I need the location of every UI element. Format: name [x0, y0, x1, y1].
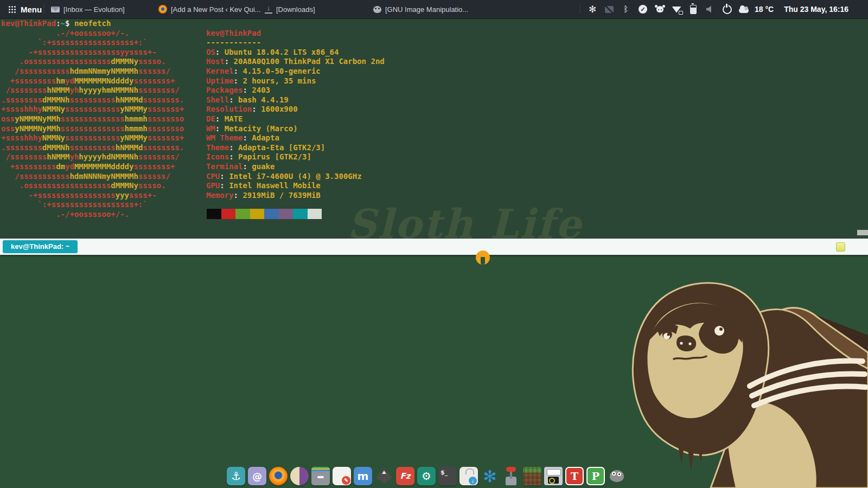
dock-item-software-bag-icon[interactable]: ↓	[459, 467, 478, 485]
info-row: Uptime: 2 hours, 35 mins	[206, 76, 385, 86]
guake-tab-bar: kev@ThinkPad: ~	[0, 239, 868, 255]
terminal-scrollbar[interactable]	[857, 230, 868, 235]
power-icon[interactable]	[721, 3, 733, 16]
dock-item-filezilla-icon[interactable]: Fz	[396, 467, 414, 485]
ascii-line: /sssssssshNMMMyhhyyyyhmNMMMNhssssssss/	[1, 86, 184, 95]
info-row: GPU: Intel Haswell Mobile	[206, 181, 385, 191]
info-row: Resolution: 868x488	[206, 105, 385, 114]
terminal-glyph: $_	[441, 469, 448, 476]
ascii-line: `:+ssssssssssssssssss+:`	[1, 200, 184, 210]
ascii-line: /ssssssssssshdmmNNmmyNMMMMhssssss/	[1, 67, 184, 76]
ascii-line: +sssshhhyNMMNyssssssssssssyNMMMysssssss+	[1, 133, 184, 143]
dock-item-inkscape-icon[interactable]	[375, 467, 393, 485]
dock-item-gimp-icon[interactable]	[608, 467, 626, 485]
info-row: DE: MATE	[206, 114, 385, 124]
ascii-line: -+ssssssssssssssssssyyssss+-	[1, 48, 184, 57]
dock-item-file-archiver-icon[interactable]	[311, 467, 330, 485]
palette-swatch	[308, 209, 322, 219]
guake-terminal[interactable]: kev@ThinkPad:~$ neofetch .-/+oossssoo+/-…	[0, 18, 868, 239]
firefox-icon	[158, 5, 167, 14]
window-button-evolution[interactable]: [Inbox — Evolution]	[48, 0, 128, 18]
email-glyph: @	[252, 471, 262, 482]
anchor-glyph: ⚓	[231, 470, 241, 483]
dock: ⚓@✎mFz⚙$_↓✻TP	[227, 467, 626, 485]
menu-button[interactable]: Menu	[4, 0, 46, 18]
weather-icon[interactable]	[738, 3, 750, 16]
shutter-icon[interactable]: ✻	[586, 3, 598, 16]
desktop: { "panel": { "menu_label": "Menu", "wind…	[0, 0, 868, 488]
ascii-line: .ossssssssssssssssssdMMMNysssso.	[1, 181, 184, 191]
sloth-illustration	[629, 271, 868, 488]
dock-item-email-icon[interactable]: @	[248, 467, 266, 485]
shell-prompt: kev@ThinkPad:~$ neofetch	[1, 19, 111, 29]
window-button-firefox[interactable]: [Add a New Post ‹ Kev Qui...	[155, 0, 264, 18]
info-title: kev@ThinkPad	[206, 29, 385, 38]
dock-item-text-editor-icon[interactable]: ✎	[333, 467, 351, 485]
neofetch-ascii-logo: .-/+oossssoo+/-. `:+ssssssssssssssssss+:…	[1, 29, 184, 220]
ascii-line: .-/+oossssoo+/-.	[1, 29, 184, 38]
shutter-glyph: ✻	[483, 467, 496, 486]
menu-grid-icon	[9, 6, 16, 13]
window-button-download[interactable]: ↓[Downloads]	[261, 0, 318, 18]
dock-item-typora-t-icon[interactable]: T	[565, 467, 584, 485]
dock-item-keyring-icon[interactable]	[544, 467, 563, 485]
gimp-icon	[373, 6, 381, 13]
menu-label: Menu	[21, 5, 42, 14]
dock-item-p-green-icon[interactable]: P	[586, 467, 605, 485]
monkey-icon[interactable]	[654, 3, 666, 16]
ascii-line: .ssssssssdMMMNhsssssssssshNMMMdssssssss.	[1, 143, 184, 153]
dock-item-tweaks-icon[interactable]: ⚙	[417, 467, 436, 485]
updates-icon[interactable]: ✓	[637, 3, 649, 16]
info-row: Kernel: 4.15.0-50-generic	[206, 67, 385, 76]
window-button-label: [Downloads]	[276, 5, 315, 14]
ascii-line: ossyNMMMNyMMhsssssssssssssshmmmhssssssso	[1, 124, 184, 134]
dock-item-minecraft-icon[interactable]	[523, 467, 541, 485]
tweaks-glyph: ⚙	[422, 470, 431, 483]
palette-swatch	[264, 209, 279, 219]
ascii-line: +sssssssssdmydMMMMMMMMddddyssssssss+	[1, 162, 184, 172]
dock-item-anchor-icon[interactable]: ⚓	[227, 467, 245, 485]
wifi-icon[interactable]	[671, 3, 682, 16]
top-panel: Menu [Inbox — Evolution][Add a New Post …	[0, 0, 868, 18]
privacy-icon[interactable]	[603, 3, 615, 16]
dock-item-lollypop-icon[interactable]	[290, 467, 309, 485]
ascii-line: /ssssssssssshdmNNNNmyNMMMMhssssss/	[1, 172, 184, 182]
dock-item-terminal-icon[interactable]: $_	[438, 467, 457, 485]
info-row: Icons: Papirus [GTK2/3]	[206, 152, 385, 162]
ascii-line: /sssssssshNMMMyhhyyyyhdNMMMNhssssssss/	[1, 152, 184, 162]
info-row: Theme: Adapta-Eta [GTK2/3]	[206, 143, 385, 153]
terminal-tab[interactable]: kev@ThinkPad: ~	[3, 240, 78, 253]
system-tray: ✻ᛒ✓ 18 °C Thu 23 May, 16:16	[580, 0, 848, 18]
dock-item-joystick-icon[interactable]	[502, 467, 520, 485]
window-button-label: [Inbox — Evolution]	[63, 5, 125, 14]
terminal-color-palette	[207, 209, 322, 219]
palette-swatch	[293, 209, 308, 219]
ascii-line: ossyNMMMNyMMhsssssssssssssshmmmhssssssso	[1, 114, 184, 124]
clock[interactable]: Thu 23 May, 16:16	[784, 5, 848, 14]
window-button-label: [Add a New Post ‹ Kev Qui...	[171, 5, 260, 14]
temperature-indicator[interactable]: 18 °C	[755, 5, 774, 14]
info-row: WM: Metacity (Marco)	[206, 124, 385, 134]
volume-icon[interactable]	[704, 3, 716, 16]
notes-icon[interactable]	[836, 242, 845, 252]
battery-icon[interactable]	[687, 3, 699, 16]
info-row: Memory: 2919MiB / 7639MiB	[206, 191, 385, 201]
download-icon: ↓	[265, 5, 272, 14]
info-row: Packages: 2403	[206, 86, 385, 95]
tray-separator	[580, 5, 580, 14]
handle-notch	[481, 257, 485, 265]
palette-swatch	[279, 209, 293, 219]
dock-item-shutter-icon[interactable]: ✻	[481, 467, 499, 485]
ascii-line: +sssshhhyNMMNyssssssssssssyNMMMysssssss+	[1, 105, 184, 114]
p-green-glyph: P	[592, 470, 599, 482]
ascii-line: .ssssssssdMMMNhsssssssssshNMMMdssssssss.	[1, 95, 184, 105]
bluetooth-icon[interactable]: ᛒ	[620, 3, 632, 16]
guake-handle-icon[interactable]	[476, 251, 490, 265]
info-row: WM Theme: Adapta	[206, 133, 385, 143]
palette-swatch	[235, 209, 250, 219]
dock-item-mastodon-icon[interactable]: m	[354, 467, 372, 485]
window-button-label: [GNU Image Manipulatio...	[385, 5, 468, 14]
window-button-gimp[interactable]: [GNU Image Manipulatio...	[370, 0, 471, 18]
panel-separator	[43, 4, 44, 14]
dock-item-firefox-icon[interactable]	[269, 467, 288, 485]
